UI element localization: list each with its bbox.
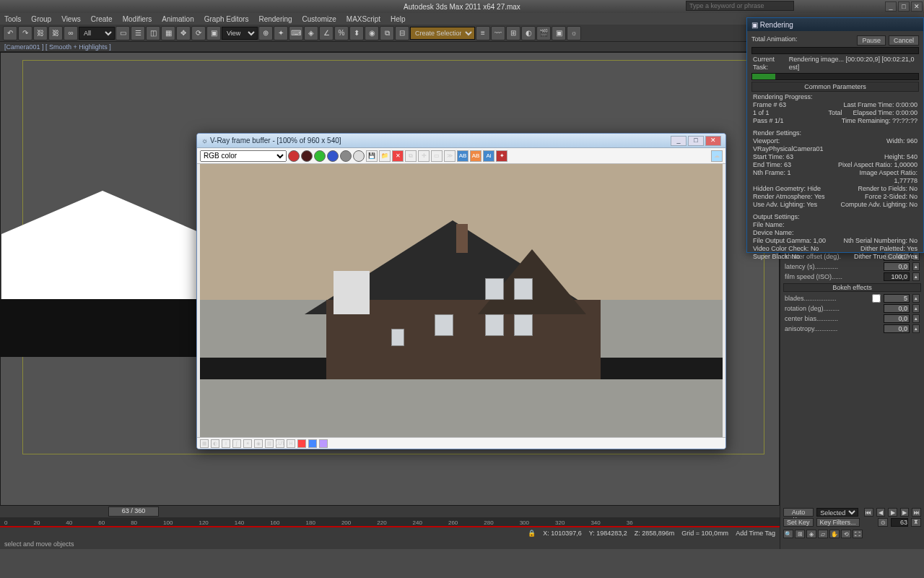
vfb-lut-icon[interactable]: AB (470, 150, 481, 162)
vfb-levels-icon[interactable]: ◉ (254, 439, 263, 448)
spinner-icon[interactable]: ▴ (912, 324, 920, 333)
move-icon[interactable]: ✥ (176, 26, 191, 40)
rotation-input[interactable] (884, 304, 910, 313)
pause-button[interactable]: Pause (857, 35, 886, 46)
snap-icon[interactable]: ◈ (304, 26, 318, 40)
maximize-viewport-icon[interactable]: ⛶ (853, 530, 863, 538)
window-crossing-icon[interactable]: ▦ (161, 26, 175, 40)
vfb-render-view[interactable] (200, 164, 723, 437)
rotate-icon[interactable]: ⟳ (191, 26, 206, 40)
render-setup-icon[interactable]: 🎬 (536, 26, 551, 40)
zoom-all-icon[interactable]: ⊞ (795, 530, 805, 538)
vfb-blue-channel-icon[interactable] (327, 150, 339, 162)
spinner-icon[interactable]: ▴ (912, 294, 920, 303)
time-config-icon[interactable]: ⧗ (911, 518, 921, 527)
help-search-input[interactable] (686, 1, 794, 11)
menu-tools[interactable]: Tools (4, 15, 21, 23)
vfb-red-icon[interactable] (297, 439, 306, 448)
close-button[interactable]: ✕ (911, 1, 923, 12)
vfb-curve-icon[interactable]: ∫ (232, 439, 241, 448)
selection-filter[interactable]: All (79, 27, 115, 40)
vfb-h-icon[interactable]: H (287, 439, 295, 448)
key-target-select[interactable]: Selected (816, 508, 858, 517)
rendering-dialog-title[interactable]: ▣ Rendering (747, 18, 923, 31)
lock-icon[interactable]: 🔒 (528, 530, 536, 537)
link-icon[interactable]: ⛓ (33, 26, 48, 40)
vfb-dark-red-icon[interactable] (301, 150, 313, 162)
next-frame-icon[interactable]: ▶ (900, 508, 910, 517)
angle-snap-icon[interactable]: ∠ (319, 26, 334, 40)
bind-icon[interactable]: ∞ (64, 26, 78, 40)
spinner-snap-icon[interactable]: ⬍ (349, 26, 364, 40)
play-icon[interactable]: ▶ (888, 508, 897, 517)
menu-views[interactable]: Views (61, 15, 81, 23)
orbit-icon[interactable]: ⟲ (841, 530, 851, 538)
vfb-stamp-icon[interactable]: ✦ (496, 150, 507, 162)
iso-input[interactable] (884, 272, 910, 281)
menu-maxscript[interactable]: MAXScript (346, 15, 380, 23)
mirror-icon[interactable]: ⧉ (380, 26, 394, 40)
fov-icon[interactable]: ▱ (818, 530, 828, 538)
spinner-icon[interactable]: ▴ (912, 314, 920, 323)
vfb-purple-icon[interactable] (319, 439, 328, 448)
time-slider-knob[interactable]: 63 / 360 (108, 506, 159, 517)
redo-icon[interactable]: ↷ (18, 26, 32, 40)
undo-icon[interactable]: ↶ (3, 26, 17, 40)
rendered-frame-icon[interactable]: ▣ (552, 26, 566, 40)
keyfilters-button[interactable]: Key Filters... (816, 518, 860, 527)
autokey-button[interactable]: Auto Key (783, 508, 814, 517)
vfb-save-icon[interactable]: 💾 (366, 150, 378, 162)
zoom-icon[interactable]: 🔍 (783, 530, 793, 538)
vfb-history-icon[interactable]: ▦ (200, 439, 209, 448)
menu-modifiers[interactable]: Modifiers (123, 15, 152, 23)
zoom-extents-icon[interactable]: ◈ (806, 530, 816, 538)
vfb-histogram-icon[interactable]: ▥ (265, 439, 274, 448)
curve-editor-icon[interactable]: 〰 (491, 26, 505, 40)
vfb-load-icon[interactable]: 📁 (379, 150, 391, 162)
vfb-blue-icon[interactable] (308, 439, 317, 448)
vfb-clear-icon[interactable]: ✕ (392, 150, 404, 162)
menu-rendering[interactable]: Rendering (258, 15, 292, 23)
manip-icon[interactable]: ✦ (274, 26, 288, 40)
blades-input[interactable] (884, 294, 910, 303)
scale-icon[interactable]: ▣ (206, 26, 221, 40)
vfb-mono-icon[interactable] (353, 150, 365, 162)
percent-snap-icon[interactable]: % (334, 26, 349, 40)
vfb-pixel-info-icon[interactable]: ◐ (211, 439, 219, 448)
named-selection-set[interactable]: Create Selection Se (410, 27, 475, 40)
ref-coord-system[interactable]: View (222, 27, 258, 40)
vfb-srgb-icon[interactable]: AB (457, 150, 468, 162)
menu-create[interactable]: Create (91, 15, 113, 23)
vfb-green-channel-icon[interactable] (314, 150, 326, 162)
common-params-header[interactable]: Common Parameters (751, 82, 919, 92)
current-frame-input[interactable] (891, 518, 908, 527)
menu-group[interactable]: Group (31, 15, 51, 23)
select-region-icon[interactable]: ◫ (146, 26, 160, 40)
pan-icon[interactable]: ✋ (829, 530, 840, 538)
menu-help[interactable]: Help (391, 15, 406, 23)
vfb-lut-icon[interactable]: LUT (276, 439, 284, 448)
vfb-maximize-button[interactable]: □ (688, 136, 704, 146)
pivot-icon[interactable]: ⊕ (258, 26, 273, 40)
vfb-red-channel-icon[interactable] (288, 150, 300, 162)
goto-start-icon[interactable]: ⏮ (864, 508, 873, 517)
anisotropy-input[interactable] (884, 324, 910, 333)
vfb-i-icon[interactable]: i (222, 439, 230, 448)
vfb-alpha-channel-icon[interactable] (340, 150, 352, 162)
minimize-button[interactable]: _ (885, 1, 897, 12)
center-bias-input[interactable] (884, 314, 910, 323)
maximize-button[interactable]: □ (898, 1, 910, 12)
vfb-exposure-icon[interactable]: ☀ (243, 439, 252, 448)
vfb-titlebar[interactable]: ☼ V-Ray frame buffer - [100% of 960 x 54… (197, 134, 725, 148)
prev-frame-icon[interactable]: ◀ (876, 508, 886, 517)
cancel-button[interactable]: Cancel (889, 35, 919, 46)
vfb-link-pdplayer-icon[interactable]: ≫ (444, 150, 456, 162)
goto-end-icon[interactable]: ⏭ (912, 508, 921, 517)
vfb-vray-icon[interactable]: ☁ (711, 150, 723, 162)
render-icon[interactable]: ☼ (567, 26, 581, 40)
vfb-minimize-button[interactable]: _ (671, 136, 687, 146)
align-icon[interactable]: ⊟ (395, 26, 409, 40)
vfb-icc-icon[interactable]: Ai (483, 150, 494, 162)
vfb-track-mouse-icon[interactable]: ✛ (418, 150, 430, 162)
vfb-region-icon[interactable]: ▭ (431, 150, 443, 162)
